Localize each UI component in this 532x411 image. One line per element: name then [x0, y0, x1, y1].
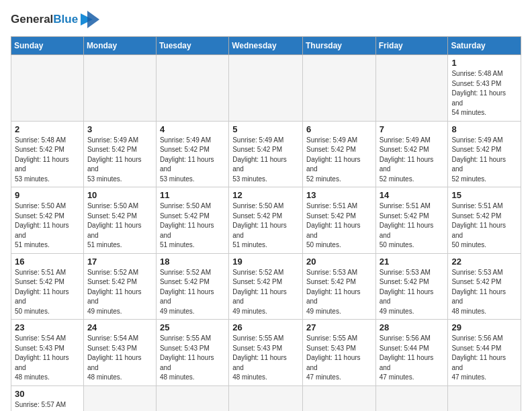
calendar-cell: 23Sunrise: 5:54 AMSunset: 5:43 PMDayligh… [11, 320, 84, 386]
calendar-cell: 6Sunrise: 5:49 AMSunset: 5:42 PMDaylight… [302, 121, 375, 187]
calendar-cell: 21Sunrise: 5:53 AMSunset: 5:42 PMDayligh… [375, 253, 448, 320]
day-number: 22 [451, 257, 517, 267]
day-info: Sunrise: 5:51 AMSunset: 5:42 PMDaylight:… [451, 201, 517, 250]
day-number: 6 [306, 124, 372, 134]
calendar-cell: 29Sunrise: 5:56 AMSunset: 5:44 PMDayligh… [448, 320, 521, 386]
weekday-header-friday: Friday [375, 37, 448, 55]
day-number: 18 [160, 257, 225, 267]
day-info: Sunrise: 5:50 AMSunset: 5:42 PMDaylight:… [232, 201, 299, 250]
day-info: Sunrise: 5:52 AMSunset: 5:42 PMDaylight:… [232, 268, 299, 317]
calendar-cell: 13Sunrise: 5:51 AMSunset: 5:42 PMDayligh… [302, 187, 375, 254]
day-number: 4 [160, 124, 225, 134]
calendar-cell: 25Sunrise: 5:55 AMSunset: 5:43 PMDayligh… [156, 320, 228, 386]
day-number: 23 [15, 322, 80, 332]
day-number: 28 [380, 322, 445, 332]
day-info: Sunrise: 5:55 AMSunset: 5:43 PMDaylight:… [232, 334, 299, 383]
day-number: 17 [87, 257, 152, 267]
calendar-body: 1Sunrise: 5:48 AMSunset: 5:43 PMDaylight… [11, 55, 521, 412]
calendar-cell: 9Sunrise: 5:50 AMSunset: 5:42 PMDaylight… [11, 187, 84, 254]
calendar-cell [375, 385, 448, 411]
day-number: 3 [87, 124, 152, 134]
day-number: 5 [232, 124, 299, 134]
calendar-cell: 7Sunrise: 5:49 AMSunset: 5:42 PMDaylight… [375, 121, 448, 187]
calendar-cell: 28Sunrise: 5:56 AMSunset: 5:44 PMDayligh… [375, 320, 448, 386]
calendar-cell [302, 55, 375, 122]
calendar-cell: 2Sunrise: 5:48 AMSunset: 5:42 PMDaylight… [11, 121, 84, 187]
calendar-week-2: 2Sunrise: 5:48 AMSunset: 5:42 PMDaylight… [11, 121, 521, 187]
day-number: 13 [306, 190, 372, 200]
day-info: Sunrise: 5:55 AMSunset: 5:43 PMDaylight:… [306, 334, 372, 383]
day-number: 14 [380, 190, 445, 200]
calendar-cell: 30Sunrise: 5:57 AMSunset: 5:44 PMDayligh… [11, 385, 84, 411]
day-info: Sunrise: 5:56 AMSunset: 5:44 PMDaylight:… [451, 334, 517, 383]
calendar-cell: 8Sunrise: 5:49 AMSunset: 5:42 PMDaylight… [448, 121, 521, 187]
logo-blue: Blue [53, 13, 78, 26]
page-header: GeneralBlue [11, 11, 521, 28]
day-number: 11 [160, 190, 225, 200]
day-info: Sunrise: 5:53 AMSunset: 5:42 PMDaylight:… [306, 268, 372, 317]
day-info: Sunrise: 5:49 AMSunset: 5:42 PMDaylight:… [160, 136, 225, 185]
day-info: Sunrise: 5:55 AMSunset: 5:43 PMDaylight:… [160, 334, 225, 383]
day-number: 15 [451, 190, 517, 200]
weekday-header-sunday: Sunday [11, 37, 84, 55]
day-info: Sunrise: 5:53 AMSunset: 5:42 PMDaylight:… [451, 268, 517, 317]
day-info: Sunrise: 5:49 AMSunset: 5:42 PMDaylight:… [87, 136, 152, 185]
weekday-header-monday: Monday [83, 37, 156, 55]
weekday-header-tuesday: Tuesday [156, 37, 228, 55]
day-number: 2 [15, 124, 80, 134]
calendar-cell [83, 385, 156, 411]
day-number: 29 [451, 322, 517, 332]
day-info: Sunrise: 5:51 AMSunset: 5:42 PMDaylight:… [380, 201, 445, 250]
weekday-header-row: SundayMondayTuesdayWednesdayThursdayFrid… [11, 37, 521, 55]
calendar-cell: 10Sunrise: 5:50 AMSunset: 5:42 PMDayligh… [83, 187, 156, 254]
day-number: 27 [306, 322, 372, 332]
calendar-cell: 11Sunrise: 5:50 AMSunset: 5:42 PMDayligh… [156, 187, 228, 254]
calendar-cell: 12Sunrise: 5:50 AMSunset: 5:42 PMDayligh… [229, 187, 303, 254]
calendar-cell: 19Sunrise: 5:52 AMSunset: 5:42 PMDayligh… [229, 253, 303, 320]
calendar-cell [302, 385, 375, 411]
calendar-cell: 26Sunrise: 5:55 AMSunset: 5:43 PMDayligh… [229, 320, 303, 386]
day-info: Sunrise: 5:49 AMSunset: 5:42 PMDaylight:… [380, 136, 445, 185]
day-number: 24 [87, 322, 152, 332]
day-info: Sunrise: 5:52 AMSunset: 5:42 PMDaylight:… [160, 268, 225, 317]
calendar-cell: 5Sunrise: 5:49 AMSunset: 5:42 PMDaylight… [229, 121, 303, 187]
day-info: Sunrise: 5:57 AMSunset: 5:44 PMDaylight:… [15, 400, 80, 412]
logo: GeneralBlue [11, 11, 99, 28]
day-number: 19 [232, 257, 299, 267]
calendar-cell: 22Sunrise: 5:53 AMSunset: 5:42 PMDayligh… [448, 253, 521, 320]
logo-general: General [11, 13, 53, 26]
calendar-cell: 1Sunrise: 5:48 AMSunset: 5:43 PMDaylight… [448, 55, 521, 122]
weekday-header-thursday: Thursday [302, 37, 375, 55]
calendar-cell [448, 385, 521, 411]
day-info: Sunrise: 5:50 AMSunset: 5:42 PMDaylight:… [160, 201, 225, 250]
logo-icon [81, 11, 99, 28]
day-info: Sunrise: 5:51 AMSunset: 5:42 PMDaylight:… [306, 201, 372, 250]
calendar-cell: 16Sunrise: 5:51 AMSunset: 5:42 PMDayligh… [11, 253, 84, 320]
day-number: 12 [232, 190, 299, 200]
day-number: 30 [15, 389, 80, 399]
day-number: 20 [306, 257, 372, 267]
day-number: 10 [87, 190, 152, 200]
day-info: Sunrise: 5:50 AMSunset: 5:42 PMDaylight:… [87, 201, 152, 250]
calendar-cell [83, 55, 156, 122]
calendar-week-3: 9Sunrise: 5:50 AMSunset: 5:42 PMDaylight… [11, 187, 521, 254]
day-info: Sunrise: 5:48 AMSunset: 5:43 PMDaylight:… [451, 69, 517, 118]
calendar-cell: 20Sunrise: 5:53 AMSunset: 5:42 PMDayligh… [302, 253, 375, 320]
calendar-cell [229, 55, 303, 122]
day-info: Sunrise: 5:53 AMSunset: 5:42 PMDaylight:… [380, 268, 445, 317]
calendar-cell: 3Sunrise: 5:49 AMSunset: 5:42 PMDaylight… [83, 121, 156, 187]
calendar-cell: 18Sunrise: 5:52 AMSunset: 5:42 PMDayligh… [156, 253, 228, 320]
day-number: 1 [451, 58, 517, 68]
day-info: Sunrise: 5:49 AMSunset: 5:42 PMDaylight:… [232, 136, 299, 185]
day-info: Sunrise: 5:54 AMSunset: 5:43 PMDaylight:… [87, 334, 152, 383]
calendar-cell: 4Sunrise: 5:49 AMSunset: 5:42 PMDaylight… [156, 121, 228, 187]
day-number: 16 [15, 257, 80, 267]
day-number: 25 [160, 322, 225, 332]
calendar-week-4: 16Sunrise: 5:51 AMSunset: 5:42 PMDayligh… [11, 253, 521, 320]
day-info: Sunrise: 5:49 AMSunset: 5:42 PMDaylight:… [451, 136, 517, 185]
day-info: Sunrise: 5:56 AMSunset: 5:44 PMDaylight:… [380, 334, 445, 383]
day-number: 9 [15, 190, 80, 200]
calendar-cell [229, 385, 303, 411]
day-info: Sunrise: 5:50 AMSunset: 5:42 PMDaylight:… [15, 201, 80, 250]
calendar-cell: 14Sunrise: 5:51 AMSunset: 5:42 PMDayligh… [375, 187, 448, 254]
